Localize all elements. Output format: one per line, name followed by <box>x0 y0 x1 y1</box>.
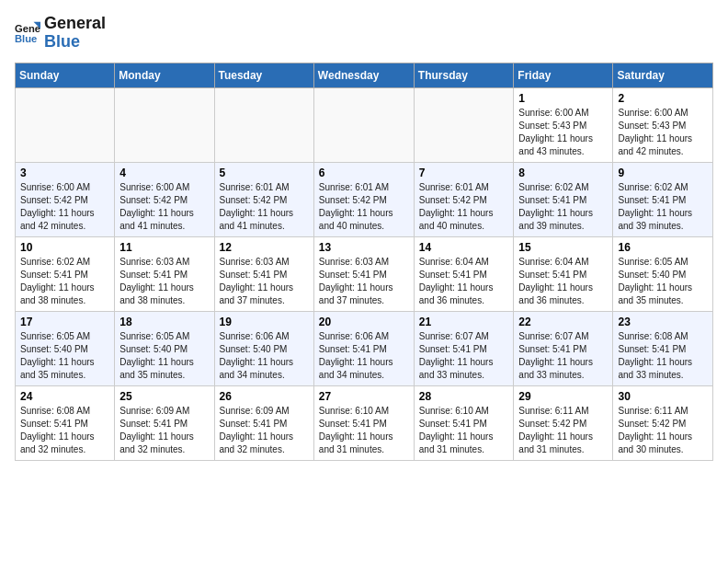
day-info: Sunrise: 6:03 AM Sunset: 5:41 PM Dayligh… <box>220 256 309 307</box>
day-number: 16 <box>618 241 708 254</box>
day-number: 1 <box>518 92 608 105</box>
calendar-table: SundayMondayTuesdayWednesdayThursdayFrid… <box>15 63 713 461</box>
calendar-cell <box>313 87 414 162</box>
day-number: 4 <box>119 167 209 179</box>
calendar-cell: 13Sunrise: 6:03 AM Sunset: 5:41 PM Dayli… <box>313 236 414 311</box>
calendar-cell: 24Sunrise: 6:08 AM Sunset: 5:41 PM Dayli… <box>16 385 115 460</box>
day-number: 30 <box>618 390 708 403</box>
day-info: Sunrise: 6:07 AM Sunset: 5:41 PM Dayligh… <box>419 330 509 382</box>
calendar-cell: 1Sunrise: 6:00 AM Sunset: 5:43 PM Daylig… <box>514 87 613 162</box>
day-info: Sunrise: 6:00 AM Sunset: 5:43 PM Dayligh… <box>518 107 608 158</box>
day-number: 23 <box>618 316 708 328</box>
day-number: 21 <box>419 316 509 328</box>
day-info: Sunrise: 6:09 AM Sunset: 5:41 PM Dayligh… <box>220 405 309 456</box>
calendar-cell <box>115 87 214 162</box>
logo: General Blue General Blue <box>15 15 106 52</box>
day-number: 20 <box>319 316 409 328</box>
day-number: 15 <box>518 241 608 254</box>
calendar-cell: 25Sunrise: 6:09 AM Sunset: 5:41 PM Dayli… <box>115 385 214 460</box>
calendar-cell: 5Sunrise: 6:01 AM Sunset: 5:42 PM Daylig… <box>214 162 313 236</box>
day-info: Sunrise: 6:06 AM Sunset: 5:40 PM Dayligh… <box>220 330 309 382</box>
day-number: 12 <box>220 241 309 254</box>
calendar-cell: 8Sunrise: 6:02 AM Sunset: 5:41 PM Daylig… <box>514 162 613 236</box>
day-number: 14 <box>419 241 509 254</box>
day-info: Sunrise: 6:04 AM Sunset: 5:41 PM Dayligh… <box>518 256 608 307</box>
calendar-cell: 14Sunrise: 6:04 AM Sunset: 5:41 PM Dayli… <box>414 236 514 311</box>
calendar-cell <box>16 87 115 162</box>
day-info: Sunrise: 6:02 AM Sunset: 5:41 PM Dayligh… <box>20 256 109 307</box>
day-info: Sunrise: 6:05 AM Sunset: 5:40 PM Dayligh… <box>119 330 209 382</box>
day-info: Sunrise: 6:11 AM Sunset: 5:42 PM Dayligh… <box>518 405 608 456</box>
calendar-cell: 30Sunrise: 6:11 AM Sunset: 5:42 PM Dayli… <box>613 385 713 460</box>
calendar-cell: 10Sunrise: 6:02 AM Sunset: 5:41 PM Dayli… <box>16 236 115 311</box>
calendar-cell <box>214 87 313 162</box>
day-info: Sunrise: 6:04 AM Sunset: 5:41 PM Dayligh… <box>419 256 509 307</box>
day-info: Sunrise: 6:05 AM Sunset: 5:40 PM Dayligh… <box>20 330 109 382</box>
calendar-cell: 7Sunrise: 6:01 AM Sunset: 5:42 PM Daylig… <box>414 162 514 236</box>
day-info: Sunrise: 6:00 AM Sunset: 5:42 PM Dayligh… <box>119 181 209 233</box>
day-info: Sunrise: 6:01 AM Sunset: 5:42 PM Dayligh… <box>220 181 309 233</box>
day-of-week-header: Thursday <box>414 63 514 87</box>
day-info: Sunrise: 6:05 AM Sunset: 5:40 PM Dayligh… <box>618 256 708 307</box>
day-number: 29 <box>518 390 608 403</box>
calendar-cell: 22Sunrise: 6:07 AM Sunset: 5:41 PM Dayli… <box>514 311 613 385</box>
day-info: Sunrise: 6:08 AM Sunset: 5:41 PM Dayligh… <box>618 330 708 382</box>
day-info: Sunrise: 6:09 AM Sunset: 5:41 PM Dayligh… <box>119 405 209 456</box>
day-number: 9 <box>618 167 708 179</box>
day-of-week-header: Tuesday <box>214 63 313 87</box>
calendar-cell: 17Sunrise: 6:05 AM Sunset: 5:40 PM Dayli… <box>16 311 115 385</box>
calendar-cell <box>414 87 514 162</box>
day-info: Sunrise: 6:11 AM Sunset: 5:42 PM Dayligh… <box>618 405 708 456</box>
day-number: 22 <box>518 316 608 328</box>
calendar-cell: 12Sunrise: 6:03 AM Sunset: 5:41 PM Dayli… <box>214 236 313 311</box>
day-number: 8 <box>518 167 608 179</box>
calendar-week-row: 1Sunrise: 6:00 AM Sunset: 5:43 PM Daylig… <box>16 87 713 162</box>
day-number: 5 <box>220 167 309 179</box>
logo-text: General Blue <box>44 15 106 52</box>
day-number: 13 <box>319 241 409 254</box>
day-info: Sunrise: 6:07 AM Sunset: 5:41 PM Dayligh… <box>518 330 608 382</box>
day-number: 10 <box>20 241 109 254</box>
calendar-week-row: 10Sunrise: 6:02 AM Sunset: 5:41 PM Dayli… <box>16 236 713 311</box>
day-of-week-header: Sunday <box>16 63 115 87</box>
day-info: Sunrise: 6:03 AM Sunset: 5:41 PM Dayligh… <box>319 256 409 307</box>
day-number: 25 <box>119 390 209 403</box>
calendar-week-row: 3Sunrise: 6:00 AM Sunset: 5:42 PM Daylig… <box>16 162 713 236</box>
day-number: 26 <box>220 390 309 403</box>
calendar-cell: 4Sunrise: 6:00 AM Sunset: 5:42 PM Daylig… <box>115 162 214 236</box>
day-info: Sunrise: 6:02 AM Sunset: 5:41 PM Dayligh… <box>518 181 608 233</box>
calendar-header-row: SundayMondayTuesdayWednesdayThursdayFrid… <box>16 63 713 87</box>
calendar-cell: 9Sunrise: 6:02 AM Sunset: 5:41 PM Daylig… <box>613 162 713 236</box>
calendar-week-row: 17Sunrise: 6:05 AM Sunset: 5:40 PM Dayli… <box>16 311 713 385</box>
svg-text:Blue: Blue <box>15 33 37 44</box>
day-number: 27 <box>319 390 409 403</box>
calendar-cell: 23Sunrise: 6:08 AM Sunset: 5:41 PM Dayli… <box>613 311 713 385</box>
calendar-cell: 2Sunrise: 6:00 AM Sunset: 5:43 PM Daylig… <box>613 87 713 162</box>
calendar-cell: 28Sunrise: 6:10 AM Sunset: 5:41 PM Dayli… <box>414 385 514 460</box>
day-info: Sunrise: 6:00 AM Sunset: 5:43 PM Dayligh… <box>618 107 708 158</box>
page-header: General Blue General Blue <box>15 15 713 52</box>
day-of-week-header: Wednesday <box>313 63 414 87</box>
day-of-week-header: Monday <box>115 63 214 87</box>
calendar-cell: 19Sunrise: 6:06 AM Sunset: 5:40 PM Dayli… <box>214 311 313 385</box>
day-info: Sunrise: 6:02 AM Sunset: 5:41 PM Dayligh… <box>618 181 708 233</box>
day-info: Sunrise: 6:03 AM Sunset: 5:41 PM Dayligh… <box>119 256 209 307</box>
day-info: Sunrise: 6:01 AM Sunset: 5:42 PM Dayligh… <box>319 181 409 233</box>
day-info: Sunrise: 6:10 AM Sunset: 5:41 PM Dayligh… <box>419 405 509 456</box>
day-info: Sunrise: 6:06 AM Sunset: 5:41 PM Dayligh… <box>319 330 409 382</box>
day-number: 19 <box>220 316 309 328</box>
calendar-cell: 16Sunrise: 6:05 AM Sunset: 5:40 PM Dayli… <box>613 236 713 311</box>
calendar-cell: 18Sunrise: 6:05 AM Sunset: 5:40 PM Dayli… <box>115 311 214 385</box>
day-info: Sunrise: 6:00 AM Sunset: 5:42 PM Dayligh… <box>20 181 109 233</box>
calendar-cell: 15Sunrise: 6:04 AM Sunset: 5:41 PM Dayli… <box>514 236 613 311</box>
day-number: 18 <box>119 316 209 328</box>
day-of-week-header: Saturday <box>613 63 713 87</box>
day-info: Sunrise: 6:08 AM Sunset: 5:41 PM Dayligh… <box>20 405 109 456</box>
calendar-week-row: 24Sunrise: 6:08 AM Sunset: 5:41 PM Dayli… <box>16 385 713 460</box>
day-number: 6 <box>319 167 409 179</box>
logo-icon: General Blue <box>15 20 40 46</box>
day-number: 28 <box>419 390 509 403</box>
day-of-week-header: Friday <box>514 63 613 87</box>
calendar-cell: 3Sunrise: 6:00 AM Sunset: 5:42 PM Daylig… <box>16 162 115 236</box>
calendar-cell: 20Sunrise: 6:06 AM Sunset: 5:41 PM Dayli… <box>313 311 414 385</box>
